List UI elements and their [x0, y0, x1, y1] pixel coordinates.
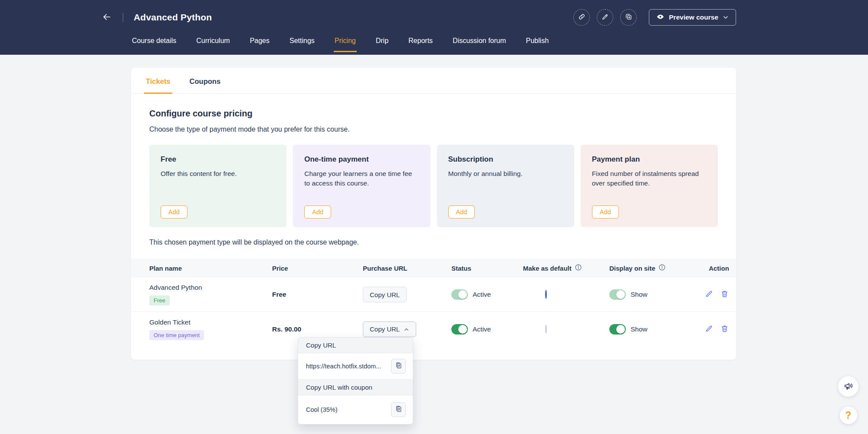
display-toggle[interactable] [609, 324, 626, 335]
nav-tab-publish[interactable]: Publish [525, 34, 549, 52]
mode-description: Charge your learners a one time fee to a… [304, 169, 413, 189]
mode-title: Free [161, 155, 275, 164]
price-cell: Free [272, 291, 363, 298]
mode-description: Fixed number of instalments spread over … [592, 169, 700, 189]
add-free-button[interactable]: Add [161, 205, 187, 219]
copy-url-button[interactable]: Copy URL [363, 287, 407, 302]
tab-tickets[interactable]: Tickets [144, 68, 172, 94]
edit-pencil-icon [705, 325, 713, 334]
col-action: Action [702, 265, 736, 272]
preview-course-label: Preview course [669, 13, 718, 21]
plan-name-cell: Advanced Python Free [149, 284, 272, 305]
tab-coupons[interactable]: Coupons [188, 68, 223, 94]
mode-title: One-time payment [304, 155, 419, 164]
duplicate-course-button[interactable] [620, 9, 637, 26]
chevron-down-icon [723, 13, 729, 21]
add-one-time-button[interactable]: Add [304, 205, 331, 219]
copy-url-label: Copy URL [370, 325, 400, 333]
eye-icon [656, 13, 664, 22]
copy-url-dropdown-button[interactable]: Copy URL [363, 321, 416, 337]
info-icon[interactable] [575, 264, 582, 272]
nav-tab-course-details[interactable]: Course details [131, 34, 177, 52]
nav-tab-settings[interactable]: Settings [289, 34, 316, 52]
purchase-url-text: https://teach.hotfix.stdom... [306, 363, 381, 370]
nav-tab-pricing[interactable]: Pricing [334, 34, 357, 52]
col-status: Status [451, 265, 523, 272]
dropdown-item-url[interactable]: https://teach.hotfix.stdom... [298, 353, 413, 380]
edit-course-button[interactable] [597, 9, 613, 26]
info-icon[interactable] [658, 264, 666, 272]
plan-type-badge: Free [149, 295, 170, 305]
display-label: Show [631, 291, 648, 298]
nav-tab-drip[interactable]: Drip [375, 34, 389, 52]
edit-plan-button[interactable] [705, 290, 713, 299]
trash-icon [720, 290, 729, 299]
edit-plan-button[interactable] [705, 325, 713, 334]
col-display-on-site: Display on site [609, 264, 702, 272]
section-title: Configure course pricing [149, 109, 718, 119]
purchase-url-cell: Copy URL [363, 287, 451, 302]
header-divider [123, 13, 123, 22]
copy-url-icon-button[interactable] [391, 359, 406, 374]
col-purchase-url: Purchase URL [363, 265, 451, 272]
header-actions: Preview course [573, 9, 736, 26]
default-radio[interactable] [545, 290, 547, 299]
link-icon [578, 13, 585, 22]
purchase-url-cell: Copy URL [363, 321, 451, 337]
section-subtitle: Choose the type of payment mode that you… [149, 126, 718, 133]
copy-coupon-url-icon-button[interactable] [391, 402, 406, 417]
duplicate-icon [625, 13, 632, 22]
default-radio[interactable] [545, 325, 547, 334]
nav-tab-reports[interactable]: Reports [408, 34, 434, 52]
announcements-button[interactable] [838, 376, 858, 397]
add-subscription-button[interactable]: Add [448, 205, 475, 219]
delete-plan-button[interactable] [720, 325, 729, 334]
chevron-up-icon [404, 325, 409, 333]
copy-link-button[interactable] [573, 9, 590, 26]
dropdown-item-coupon[interactable]: Cool (35%) [298, 395, 413, 424]
status-toggle[interactable] [451, 324, 468, 335]
status-toggle[interactable] [451, 289, 468, 300]
status-cell: Active [451, 324, 523, 335]
header-top: Advanced Python [0, 0, 868, 30]
back-button[interactable] [101, 12, 112, 23]
plan-name: Golden Ticket [149, 318, 272, 326]
floating-buttons: ? [838, 376, 858, 424]
table-header: Plan name Price Purchase URL Status Make… [131, 258, 736, 278]
plans-table: Plan name Price Purchase URL Status Make… [131, 258, 736, 346]
payment-mode-one-time: One-time payment Charge your learners a … [293, 145, 430, 227]
price-cell: Rs. 90.00 [272, 325, 363, 333]
trash-icon [720, 325, 729, 334]
col-make-default-label: Make as default [523, 265, 572, 272]
make-default-cell [523, 291, 609, 298]
display-cell: Show [609, 324, 702, 335]
delete-plan-button[interactable] [720, 290, 729, 299]
payment-mode-subscription: Subscription Monthly or annual billing. … [437, 145, 574, 227]
dropdown-section-header: Copy URL with coupon [298, 380, 413, 395]
help-button[interactable]: ? [840, 407, 857, 424]
display-label: Show [631, 325, 648, 333]
payment-mode-free: Free Offer this content for free. Add [149, 145, 286, 227]
col-display-on-site-label: Display on site [609, 265, 655, 272]
nav-tab-curriculum[interactable]: Curriculum [195, 34, 230, 52]
nav-tab-discussion-forum[interactable]: Discussion forum [452, 34, 507, 52]
copy-url-dropdown: Copy URL https://teach.hotfix.stdom... C… [298, 337, 413, 424]
card-body: Configure course pricing Choose the type… [131, 94, 736, 246]
mode-description: Monthly or annual billing. [448, 169, 557, 179]
plan-name: Advanced Python [149, 284, 272, 292]
status-label: Active [473, 325, 491, 333]
display-toggle[interactable] [609, 289, 626, 300]
nav-tab-pages[interactable]: Pages [249, 34, 270, 52]
copy-icon [395, 362, 402, 371]
table-row-golden-ticket: Golden Ticket One time payment Rs. 90.00… [131, 312, 736, 346]
make-default-cell [523, 325, 609, 333]
add-payment-plan-button[interactable]: Add [592, 205, 619, 219]
page-title: Advanced Python [134, 12, 212, 23]
course-nav: Course details Curriculum Pages Settings… [0, 34, 868, 52]
col-price: Price [272, 265, 363, 272]
preview-course-button[interactable]: Preview course [649, 9, 736, 26]
payment-mode-cards: Free Offer this content for free. Add On… [149, 145, 718, 227]
edit-pencil-icon [705, 290, 713, 299]
col-plan-name: Plan name [149, 265, 272, 272]
payment-mode-payment-plan: Payment plan Fixed number of instalments… [581, 145, 718, 227]
